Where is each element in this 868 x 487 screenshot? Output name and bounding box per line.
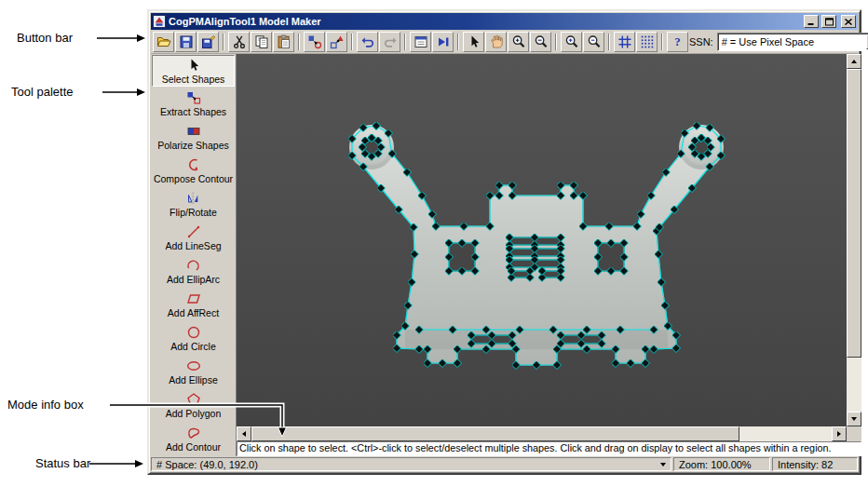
help-icon: ? bbox=[674, 34, 681, 49]
palette-item-compose-contour[interactable]: Compose Contour bbox=[151, 154, 236, 187]
scroll-down-button[interactable] bbox=[847, 412, 861, 426]
add-ellipse-icon bbox=[186, 358, 201, 373]
hand-icon bbox=[489, 34, 504, 49]
pan-button[interactable] bbox=[485, 32, 507, 52]
chevron-down-icon bbox=[660, 463, 666, 467]
magnifier-minus-icon bbox=[534, 34, 549, 49]
clipboard-icon bbox=[277, 34, 292, 49]
intensity-status: Intensity: 82 bbox=[772, 457, 858, 471]
palette-item-add-lineseg[interactable]: Add LineSeg bbox=[151, 221, 236, 254]
zoom-in-button[interactable] bbox=[508, 32, 529, 52]
vertical-scroll-thumb[interactable] bbox=[847, 69, 861, 358]
paste-button[interactable] bbox=[273, 32, 294, 52]
open-folder-icon bbox=[156, 34, 171, 49]
palette-item-add-ellipse[interactable]: Add Ellipse bbox=[151, 355, 236, 388]
grid-dots-button[interactable] bbox=[636, 32, 658, 52]
add-lineseg-icon bbox=[186, 224, 201, 239]
toolbar-separator bbox=[608, 34, 610, 50]
zoom-status: Zoom: 100.00% bbox=[673, 457, 770, 471]
palette-item-add-elliparc[interactable]: Add EllipArc bbox=[151, 254, 236, 288]
scroll-up-button[interactable] bbox=[847, 54, 861, 69]
train-shapes-button[interactable] bbox=[326, 32, 347, 52]
palette-item-add-circle[interactable]: Add Circle bbox=[151, 321, 236, 355]
palette-item-add-polygon[interactable]: Add Polygon bbox=[151, 388, 236, 422]
horizontal-scroll-thumb[interactable] bbox=[251, 426, 739, 441]
flip-rotate-icon bbox=[186, 191, 201, 206]
window-title: CogPMAlignTool1 Model Maker bbox=[169, 13, 801, 30]
ssn-label: SSN: bbox=[689, 36, 713, 47]
scroll-left-button[interactable] bbox=[237, 426, 251, 441]
ssn-combobox[interactable]: # = Use Pixel Space bbox=[717, 33, 868, 51]
properties-sheet-icon bbox=[414, 34, 428, 49]
floppy-arrow-icon bbox=[201, 34, 216, 49]
toolbar-separator bbox=[351, 34, 353, 50]
help-button[interactable]: ? bbox=[667, 32, 688, 52]
scroll-right-button[interactable] bbox=[832, 426, 847, 441]
run-marker-button[interactable] bbox=[432, 32, 454, 52]
annotation-mode-info-box: Mode info box bbox=[7, 398, 84, 412]
scissors-icon bbox=[232, 34, 247, 49]
magnifier-shrink-icon bbox=[587, 34, 602, 49]
toolbar-separator bbox=[298, 34, 300, 50]
model-display[interactable] bbox=[237, 54, 861, 426]
floppy-icon bbox=[179, 34, 194, 49]
arrow-left-icon bbox=[242, 431, 246, 437]
save-button[interactable] bbox=[175, 32, 197, 52]
arrow-down-icon bbox=[851, 417, 857, 421]
palette-item-polarize-shapes[interactable]: Polarize Shapes bbox=[151, 120, 236, 154]
space-selector[interactable]: # Space: (49.0, 192.0) bbox=[151, 457, 671, 471]
toolbar-separator bbox=[661, 34, 663, 50]
button-bar: ? SSN: # = Use Pixel Space bbox=[151, 30, 858, 54]
pointer-arrow-icon bbox=[467, 34, 481, 49]
horizontal-scroll-row bbox=[237, 426, 861, 441]
zoom-expand-button[interactable] bbox=[561, 32, 582, 52]
properties-button[interactable] bbox=[410, 32, 431, 52]
copy-button[interactable] bbox=[251, 32, 272, 52]
cut-button[interactable] bbox=[228, 32, 250, 52]
vertical-scrollbar[interactable] bbox=[847, 54, 861, 426]
add-polygon-icon bbox=[186, 392, 201, 407]
undo-arrow-icon bbox=[360, 34, 375, 49]
polarize-shapes-icon bbox=[186, 124, 201, 139]
zoom-shrink-button[interactable] bbox=[583, 32, 604, 52]
titlebar[interactable]: CogPMAlignTool1 Model Maker bbox=[151, 13, 858, 30]
palette-item-extract-shapes[interactable]: Extract Shapes bbox=[151, 87, 236, 120]
annotation-tool-palette: Tool palette bbox=[11, 85, 74, 99]
grid-lines-button[interactable] bbox=[614, 32, 635, 52]
redo-button[interactable] bbox=[379, 32, 400, 52]
toolbar-separator bbox=[555, 34, 557, 50]
palette-item-add-contour[interactable]: Add Contour bbox=[151, 422, 236, 455]
save-as-button[interactable] bbox=[197, 32, 219, 52]
open-button[interactable] bbox=[153, 32, 174, 52]
add-circle-icon bbox=[186, 325, 201, 340]
select-shapes-icon bbox=[186, 58, 201, 73]
arrow-up-icon bbox=[851, 60, 857, 63]
shapes-train-icon bbox=[330, 34, 345, 49]
annotation-button-bar: Button bar bbox=[17, 31, 73, 45]
extract-shapes-icon bbox=[186, 90, 201, 105]
tool-palette: Select Shapes Extract Shapes Polarize Sh… bbox=[151, 54, 237, 456]
close-button[interactable] bbox=[841, 15, 856, 28]
ssn-group: SSN: # = Use Pixel Space bbox=[689, 33, 868, 51]
select-pointer-button[interactable] bbox=[463, 32, 484, 52]
ssn-value: # = Use Pixel Space bbox=[718, 36, 866, 47]
horizontal-scrollbar[interactable] bbox=[237, 426, 847, 441]
add-elliparc-icon bbox=[186, 258, 201, 273]
grid-dots-icon bbox=[640, 34, 655, 49]
scrollbar-corner bbox=[847, 426, 861, 441]
undo-button[interactable] bbox=[357, 32, 378, 52]
mode-info-box: Click on shape to select. <Ctrl>-click t… bbox=[237, 441, 861, 456]
space-coordinates: # Space: (49.0, 192.0) bbox=[156, 459, 258, 470]
palette-item-select-shapes[interactable]: Select Shapes bbox=[152, 55, 235, 87]
palette-item-flip-rotate[interactable]: Flip/Rotate bbox=[151, 187, 236, 221]
maximize-button[interactable] bbox=[821, 15, 836, 28]
palette-item-add-affrect[interactable]: Add AffRect bbox=[151, 288, 236, 321]
minimize-button[interactable] bbox=[804, 15, 819, 28]
extract-shapes-button[interactable] bbox=[304, 32, 325, 52]
toolbar-separator bbox=[457, 34, 459, 50]
app-icon bbox=[153, 15, 166, 28]
add-affrect-icon bbox=[186, 291, 201, 306]
zoom-out-button[interactable] bbox=[530, 32, 551, 52]
add-contour-icon bbox=[186, 426, 201, 440]
arrow-right-icon bbox=[837, 431, 841, 437]
